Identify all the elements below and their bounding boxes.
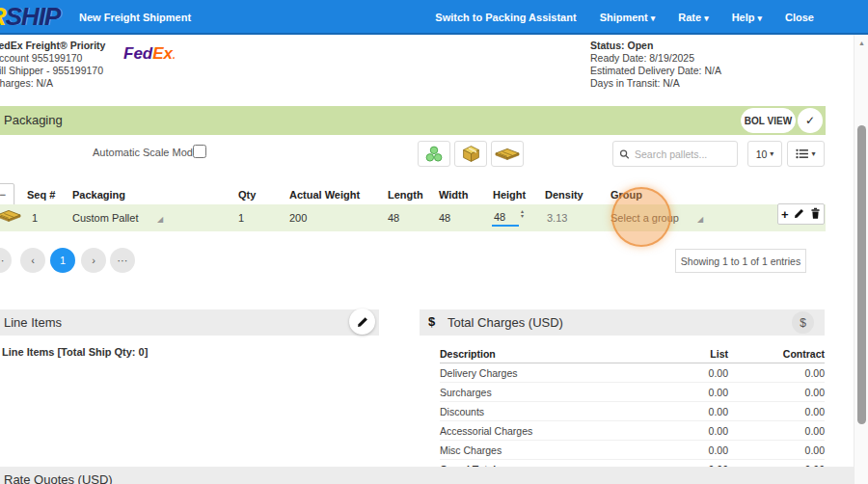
col-header-density: Density — [545, 189, 583, 201]
charges-row-delivery: Delivery Charges 0.00 0.00 — [440, 363, 825, 383]
row-height-input[interactable] — [492, 208, 519, 227]
edit-row-button[interactable] — [794, 208, 804, 221]
col-header-width: Width — [439, 189, 468, 201]
row-packaging-select[interactable]: Custom Pallet — [72, 212, 138, 224]
view-options-select[interactable]: ▾ — [787, 141, 825, 167]
automatic-scale-mode-label: Automatic Scale Mode — [93, 147, 199, 158]
caret-down-icon: ▾ — [758, 13, 763, 23]
add-row-button[interactable]: + — [781, 208, 789, 221]
page-size-select[interactable]: 10▾ — [747, 141, 782, 167]
packaging-section-header — [0, 106, 826, 135]
col-header-height: Height — [493, 189, 526, 201]
minus-icon: − — [0, 188, 6, 202]
pencil-icon — [357, 316, 368, 328]
row-density: 3.13 — [547, 212, 567, 224]
dollar-icon: $ — [800, 316, 806, 330]
caret-down-icon: ▾ — [811, 149, 815, 158]
menu-close[interactable]: Close — [785, 12, 814, 23]
caret-down-icon: ▾ — [651, 13, 656, 23]
charges-line: Charges: N/A — [0, 77, 105, 90]
search-pallets-input[interactable] — [635, 148, 731, 160]
trash-icon — [810, 207, 821, 219]
pagination-page-1[interactable]: 1 — [50, 248, 75, 273]
list-view-icon — [796, 148, 808, 159]
row-qty[interactable]: 1 — [238, 212, 244, 224]
group-cluster-icon — [424, 145, 444, 164]
automatic-scale-mode-checkbox[interactable] — [193, 145, 206, 158]
check-icon: ✓ — [805, 114, 815, 127]
menu-help[interactable]: Help▾ — [732, 12, 762, 23]
col-header-seq: Seq # — [27, 189, 55, 201]
pagination-next[interactable]: › — [81, 248, 106, 273]
days-in-transit-line: Days in Transit: N/A — [590, 77, 721, 90]
charges-row-accessorial: Accessorial Charges 0.00 0.00 — [440, 421, 825, 441]
rate-quotes-title: Rate Quotes (USD) — [4, 472, 113, 484]
row-pallet-icon — [0, 209, 21, 225]
height-stepper[interactable]: ▴ ▾ — [521, 209, 524, 219]
pagination-last[interactable]: ⋯ — [110, 248, 135, 273]
rate-quotes-section-header: Rate Quotes (USD) — [0, 467, 854, 484]
total-charges-title: Total Charges (USD) — [448, 315, 563, 330]
menu-rate[interactable]: Rate▾ — [678, 12, 708, 23]
caret-down-icon: ▾ — [770, 149, 773, 158]
scroll-up-icon[interactable]: ▲ — [858, 40, 865, 46]
pagination-prev[interactable]: ‹ — [20, 248, 45, 273]
line-items-title: Line Items — [4, 315, 62, 330]
confirm-packaging-button[interactable]: ✓ — [798, 108, 823, 133]
col-header-length: Length — [388, 189, 423, 201]
total-charges-table: Description List Contract Delivery Charg… — [440, 344, 825, 478]
dollar-icon: $ — [428, 314, 435, 329]
add-pallet-button[interactable] — [491, 141, 524, 167]
page-title: New Freight Shipment — [79, 12, 191, 23]
charges-header-row: Description List Contract — [440, 344, 825, 363]
pallet-search — [612, 141, 738, 167]
caret-down-icon: ▾ — [704, 13, 709, 23]
scrollbar-thumb[interactable] — [857, 125, 866, 424]
pencil-icon — [794, 208, 804, 219]
col-header-qty: Qty — [238, 189, 256, 201]
row-length[interactable]: 48 — [388, 212, 399, 224]
row-action-buttons: + — [777, 203, 825, 225]
spinner-down-icon: ▾ — [521, 214, 524, 219]
search-icon — [619, 148, 630, 160]
line-items-summary: Line Items [Total Ship Qty: 0] — [2, 346, 148, 358]
col-header-group: Group — [610, 189, 642, 201]
app-logo: RSHIP — [0, 2, 60, 32]
charges-row-misc: Misc Charges 0.00 0.00 — [440, 441, 825, 460]
row-group-select[interactable]: Select a group — [610, 212, 679, 224]
total-charges-section-header: $ Total Charges (USD) $ — [420, 309, 825, 336]
group-pallets-button[interactable] — [418, 141, 450, 167]
resize-handle-icon[interactable]: ◢ — [697, 215, 703, 224]
vertical-scrollbar[interactable]: ▲ — [854, 35, 868, 484]
resize-handle-icon[interactable]: ◢ — [157, 215, 163, 224]
logo-brand: SHIP — [6, 2, 61, 31]
top-navigation-bar: RSHIP New Freight Shipment Switch to Pac… — [0, 0, 868, 35]
row-actual-weight[interactable]: 200 — [289, 212, 307, 224]
shipment-info-block: FedEx Freight® Priority Account 95519917… — [0, 40, 105, 90]
menu-shipment[interactable]: Shipment▾ — [600, 12, 656, 23]
line-items-section-header: Line Items — [0, 309, 379, 336]
row-width[interactable]: 48 — [439, 212, 450, 224]
billing-line: Bill Shipper - 955199170 — [0, 65, 105, 77]
account-number: Account 955199170 — [0, 52, 105, 65]
shipment-status-block: Status: Open Ready Date: 8/19/2025 Estim… — [590, 40, 721, 90]
service-name: FedEx Freight® Priority — [0, 40, 105, 52]
edit-line-items-button[interactable] — [349, 309, 375, 335]
add-box-button[interactable] — [454, 141, 487, 167]
collapse-all-button[interactable]: − — [0, 183, 14, 206]
charges-row-surcharges: Surcharges 0.00 0.00 — [440, 383, 825, 402]
charges-row-discounts: Discounts 0.00 0.00 — [440, 402, 825, 421]
fedex-logo: FedEx. — [123, 44, 176, 64]
freight-shipment-window: RSHIP New Freight Shipment Switch to Pac… — [0, 0, 868, 484]
status-line: Status: Open — [590, 40, 721, 52]
estimated-delivery-line: Estimated Delivery Date: N/A — [590, 65, 721, 77]
ready-date-line: Ready Date: 8/19/2025 — [590, 52, 721, 65]
col-header-actual-weight: Actual Weight — [289, 189, 360, 201]
bol-view-button[interactable]: BOL VIEW — [741, 108, 796, 133]
col-header-packaging: Packaging — [72, 189, 125, 201]
charges-toggle-button[interactable]: $ — [792, 311, 814, 334]
pagination-first[interactable]: ⋯ — [0, 248, 12, 273]
delete-row-button[interactable] — [810, 207, 821, 221]
menu-switch-packing-assistant[interactable]: Switch to Packing Assistant — [435, 12, 576, 23]
packaging-section-title: Packaging — [4, 113, 63, 127]
